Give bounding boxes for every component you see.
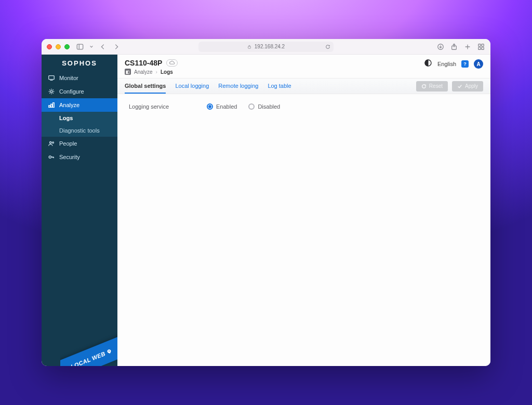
svg-point-19	[49, 156, 51, 158]
sidebar-item-label: Configure	[59, 88, 84, 95]
cloud-status-badge[interactable]	[166, 59, 178, 67]
app: SOPHOS Monitor Configure Analyze Logs Di…	[42, 55, 490, 366]
browser-window: ❶ 192.168.24.2	[42, 39, 490, 366]
reload-icon[interactable]	[325, 44, 330, 49]
reset-button[interactable]: Reset	[416, 81, 448, 92]
sidebar: SOPHOS Monitor Configure Analyze Logs Di…	[42, 55, 117, 366]
logging-service-row: Logging service Enabled Disabled	[129, 103, 479, 110]
breadcrumb-item: Logs	[161, 69, 173, 75]
tab-log-table[interactable]: Log table	[268, 79, 291, 94]
breadcrumb-icon: ◧	[125, 69, 131, 75]
address-text: 192.168.24.2	[255, 44, 285, 49]
svg-rect-7	[478, 44, 481, 46]
svg-rect-11	[49, 76, 55, 80]
sidebar-item-monitor[interactable]: Monitor	[42, 71, 117, 85]
svg-point-13	[50, 90, 52, 93]
browser-toolbar: ❶ 192.168.24.2	[42, 39, 490, 55]
sidebar-toggle-icon[interactable]	[76, 43, 84, 51]
sidebar-sub-label: Logs	[59, 115, 73, 121]
logging-service-label: Logging service	[129, 103, 186, 110]
sidebar-item-people[interactable]: People	[42, 137, 117, 150]
sidebar-item-security[interactable]: Security	[42, 150, 117, 164]
address-bar[interactable]: 192.168.24.2	[198, 42, 334, 52]
forward-button[interactable]	[112, 43, 121, 51]
content-area: Logging service Enabled Disabled	[117, 94, 490, 119]
breadcrumb: ◧ Analyze › Logs	[125, 69, 178, 75]
key-icon	[48, 153, 55, 161]
theme-toggle-icon[interactable]	[424, 59, 432, 69]
tab-remote-logging[interactable]: Remote logging	[218, 79, 258, 94]
avatar[interactable]: A	[474, 59, 483, 69]
apply-button[interactable]: Apply	[452, 81, 483, 92]
reset-label: Reset	[429, 83, 443, 89]
close-window-button[interactable]	[47, 44, 52, 49]
downloads-icon[interactable]	[436, 43, 445, 51]
brand-logo: SOPHOS	[42, 55, 117, 71]
minimize-window-button[interactable]	[56, 44, 61, 49]
svg-point-17	[50, 142, 52, 144]
back-button[interactable]	[99, 43, 107, 51]
svg-rect-14	[49, 106, 50, 108]
language-selector[interactable]: English	[437, 61, 456, 67]
main-panel: CS110-48P ◧ Analyze › Logs	[117, 55, 490, 366]
lock-icon	[247, 45, 251, 49]
local-web-badge: LOCAL WEB	[60, 330, 117, 366]
sidebar-sub-diagnostic[interactable]: Diagnostic tools	[42, 124, 117, 137]
breadcrumb-item[interactable]: Analyze	[134, 69, 153, 75]
svg-rect-9	[478, 47, 481, 49]
svg-rect-8	[482, 44, 484, 46]
reset-icon	[421, 84, 427, 89]
radio-enabled-label: Enabled	[216, 103, 237, 110]
window-controls	[47, 44, 70, 49]
new-tab-icon[interactable]	[463, 43, 472, 51]
sidebar-item-label: People	[59, 140, 77, 147]
svg-rect-15	[51, 104, 52, 107]
zoom-window-button[interactable]	[64, 44, 70, 49]
sidebar-item-analyze[interactable]: Analyze	[42, 98, 117, 112]
tab-local-logging[interactable]: Local logging	[175, 79, 209, 94]
breadcrumb-separator: ›	[156, 69, 157, 75]
sidebar-item-configure[interactable]: Configure	[42, 85, 117, 98]
monitor-icon	[48, 74, 55, 82]
sidebar-item-label: Analyze	[59, 102, 79, 108]
tabs-bar: Global settings Local logging Remote log…	[117, 79, 490, 94]
svg-rect-2	[248, 46, 250, 48]
gear-icon	[48, 88, 55, 95]
sidebar-item-label: Monitor	[59, 75, 78, 81]
radio-enabled[interactable]: Enabled	[207, 103, 237, 110]
svg-rect-16	[53, 103, 55, 108]
main-header: CS110-48P ◧ Analyze › Logs	[117, 55, 490, 79]
sidebar-item-label: Security	[59, 154, 80, 160]
tabs-overview-icon[interactable]	[477, 43, 485, 51]
local-web-text: LOCAL WEB	[70, 350, 106, 366]
pin-icon	[106, 348, 113, 355]
sidebar-sub-logs[interactable]: Logs	[42, 112, 117, 124]
help-badge[interactable]: ?	[461, 60, 469, 68]
svg-rect-0	[77, 44, 83, 49]
analyze-icon	[48, 101, 55, 109]
check-icon	[457, 84, 462, 89]
svg-point-18	[52, 142, 54, 143]
radio-disabled-label: Disabled	[258, 103, 280, 110]
device-name: CS110-48P	[125, 59, 162, 67]
tab-global-settings[interactable]: Global settings	[125, 79, 166, 94]
radio-disabled[interactable]: Disabled	[248, 103, 280, 110]
people-icon	[48, 140, 55, 147]
sidebar-sub-label: Diagnostic tools	[59, 127, 100, 134]
share-icon[interactable]	[450, 43, 458, 51]
svg-rect-10	[482, 47, 484, 49]
chevron-down-icon[interactable]	[89, 43, 94, 51]
apply-label: Apply	[465, 83, 478, 89]
